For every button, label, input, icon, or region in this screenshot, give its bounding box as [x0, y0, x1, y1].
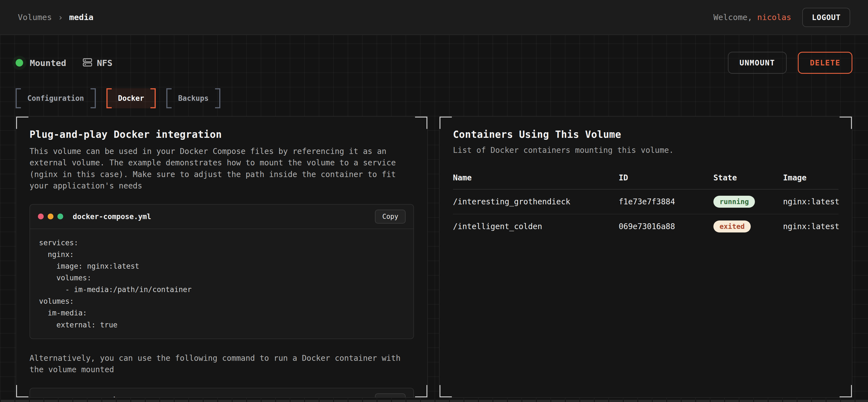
logout-button[interactable]: LOGOUT [802, 8, 850, 27]
cli-intro-text: Alternatively, you can use the following… [30, 353, 414, 375]
welcome-text: Welcome, nicolas [713, 12, 791, 22]
container-image: nginx:latest [783, 222, 839, 231]
compose-filename: docker-compose.yml [73, 212, 151, 221]
tab-backups[interactable]: Backups [166, 88, 220, 108]
panel-corner-bracket [415, 116, 428, 129]
containers-panel: Containers Using This Volume List of Doc… [439, 116, 852, 398]
container-name: /intelligent_colden [453, 222, 619, 231]
traffic-light-red-icon [38, 213, 44, 220]
column-header-name: Name [453, 173, 619, 182]
docker-integration-panel: Plug-and-play Docker integration This vo… [16, 116, 428, 398]
nfs-server-icon [83, 57, 92, 68]
panel-corner-bracket [439, 116, 452, 129]
username: nicolas [757, 12, 791, 22]
status-badge: exited [713, 221, 751, 232]
traffic-light-green-icon [57, 397, 63, 398]
tab-docker[interactable]: Docker [106, 88, 156, 108]
column-header-state: State [713, 173, 783, 182]
compose-code: services: nginx: image: nginx:latest vol… [39, 237, 404, 331]
docker-panel-title: Plug-and-play Docker integration [30, 129, 414, 140]
containers-panel-subtitle: List of Docker containers mounting this … [453, 145, 838, 155]
breadcrumb: Volumes › media [18, 12, 94, 22]
chevron-right-icon: › [58, 12, 63, 22]
traffic-light-dots [38, 397, 63, 398]
compose-code-block: docker-compose.yml Copy services: nginx:… [30, 204, 414, 339]
volume-status-row: Mounted NFS UNMOUNT DELETE [16, 52, 852, 74]
mounted-status-dot [16, 59, 23, 67]
table-row: /interesting_grothendieck f1e73e7f3884 r… [453, 190, 838, 214]
panel-corner-bracket [16, 116, 28, 129]
containers-panel-title: Containers Using This Volume [453, 129, 838, 140]
panel-corner-bracket [16, 385, 28, 398]
cli-code-block: CLI one-liner Copy docker run -v im-medi… [30, 388, 414, 398]
traffic-light-yellow-icon [48, 213, 54, 220]
cli-title: CLI one-liner [73, 396, 129, 398]
tab-bar: Configuration Docker Backups [16, 88, 852, 108]
panel-corner-bracket [415, 385, 428, 398]
table-row: /intelligent_colden 069e73016a88 exited … [453, 214, 838, 239]
container-id: 069e73016a88 [619, 222, 713, 231]
traffic-light-red-icon [38, 397, 44, 398]
panel-corner-bracket [840, 116, 852, 129]
mounted-status-label: Mounted [30, 58, 66, 68]
container-id: f1e73e7f3884 [619, 197, 713, 206]
traffic-light-dots [38, 213, 63, 220]
status-badge: running [713, 196, 755, 208]
copy-compose-button[interactable]: Copy [375, 210, 406, 224]
panel-corner-bracket [840, 385, 852, 398]
driver-label: NFS [97, 58, 113, 68]
tab-configuration[interactable]: Configuration [16, 88, 96, 108]
delete-button[interactable]: DELETE [798, 52, 852, 74]
column-header-id: ID [619, 173, 713, 182]
breadcrumb-current-volume: media [69, 12, 93, 22]
top-bar: Volumes › media Welcome, nicolas LOGOUT [0, 0, 868, 35]
volume-driver: NFS [83, 57, 113, 68]
breadcrumb-volumes-link[interactable]: Volumes [18, 12, 52, 22]
containers-table: Name ID State Image /interesting_grothen… [453, 173, 838, 239]
column-header-image: Image [783, 173, 838, 182]
unmount-button[interactable]: UNMOUNT [728, 52, 787, 74]
copy-cli-button[interactable]: Copy [375, 393, 406, 398]
traffic-light-green-icon [57, 213, 63, 220]
bottom-grid-strip [0, 400, 868, 402]
docker-panel-description: This volume can be used in your Docker C… [30, 145, 414, 192]
container-image: nginx:latest [783, 197, 839, 206]
containers-table-header: Name ID State Image [453, 173, 838, 190]
traffic-light-yellow-icon [48, 397, 54, 398]
container-name: /interesting_grothendieck [453, 197, 619, 206]
panel-corner-bracket [439, 385, 452, 398]
